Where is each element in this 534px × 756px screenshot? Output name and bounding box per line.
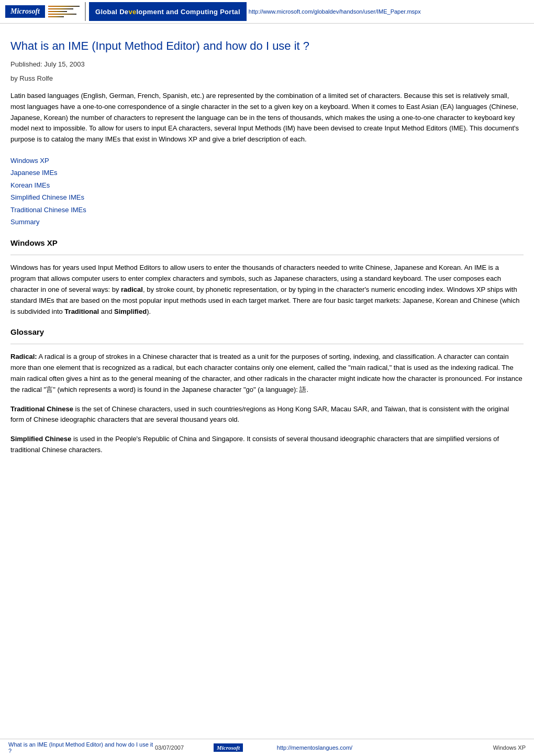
- published-date: Published: July 15, 2003: [10, 60, 524, 68]
- glossary-simplified-chinese: Simplified Chinese is used in the People…: [10, 434, 524, 456]
- toc-link-traditional-chinese[interactable]: Traditional Chinese IMEs: [10, 204, 524, 216]
- page-title: What is an IME (Input Method Editor) and…: [10, 39, 524, 53]
- traditional-chinese-term: Traditional Chinese: [10, 405, 73, 413]
- author: by Russ Rolfe: [10, 74, 524, 82]
- intro-paragraph: Latin based languages (English, German, …: [10, 91, 524, 145]
- header-decoration: [48, 6, 80, 17]
- microsoft-logo-box: Microsoft: [4, 3, 46, 20]
- simplified-chinese-definition: is used in the People's Republic of Chin…: [10, 435, 499, 454]
- header-url-link[interactable]: http://www.microsoft.com/globaldev/hands…: [249, 8, 421, 15]
- traditional-chinese-definition: is the set of Chinese characters, used i…: [10, 405, 509, 424]
- radical-term: Radical:: [10, 353, 37, 360]
- toc-link-summary[interactable]: Summary: [10, 216, 524, 228]
- table-of-contents: Windows XP Japanese IMEs Korean IMEs Sim…: [10, 155, 524, 228]
- section-paragraph-windows-xp: Windows has for years used Input Method …: [10, 262, 524, 317]
- page-header: Microsoft Global Development and Computi…: [0, 0, 534, 24]
- microsoft-wordmark: Microsoft: [5, 5, 45, 18]
- section-heading-windows-xp: Windows XP: [10, 238, 524, 248]
- section-windows-xp: Windows XP Windows has for years used In…: [10, 238, 524, 317]
- toc-link-korean-imes[interactable]: Korean IMEs: [10, 179, 524, 191]
- section-rule: [10, 255, 524, 255]
- glossary-radical: Radical: A radical is a group of strokes…: [10, 352, 524, 395]
- toc-link-japanese-imes[interactable]: Japanese IMEs: [10, 167, 524, 179]
- simplified-chinese-term: Simplified Chinese: [10, 435, 71, 443]
- section-heading-glossary: Glossary: [10, 327, 524, 337]
- section-glossary: Glossary Radical: A radical is a group o…: [10, 327, 524, 455]
- radical-definition: A radical is a group of strokes in a Chi…: [10, 353, 522, 393]
- header-divider: [85, 2, 86, 21]
- toc-link-windows-xp[interactable]: Windows XP: [10, 155, 524, 167]
- main-content: What is an IME (Input Method Editor) and…: [0, 24, 534, 496]
- toc-link-simplified-chinese[interactable]: Simplified Chinese IMEs: [10, 191, 524, 203]
- portal-banner: Global Development and Computing Portal: [89, 2, 247, 21]
- section-rule-glossary: [10, 344, 524, 344]
- glossary-traditional-chinese: Traditional Chinese is the set of Chines…: [10, 404, 524, 426]
